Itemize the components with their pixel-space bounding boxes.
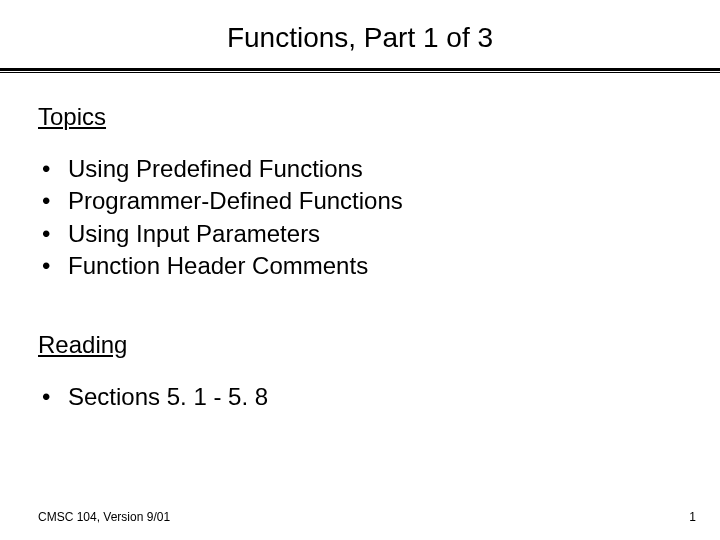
list-item: Function Header Comments — [38, 250, 682, 282]
reading-heading: Reading — [38, 331, 682, 359]
list-item: Using Predefined Functions — [38, 153, 682, 185]
list-item: Sections 5. 1 - 5. 8 — [38, 381, 682, 413]
reading-list: Sections 5. 1 - 5. 8 — [38, 381, 682, 413]
body-area: Topics Using Predefined Functions Progra… — [0, 103, 720, 413]
page-number: 1 — [689, 510, 696, 524]
slide-title: Functions, Part 1 of 3 — [0, 0, 720, 68]
footer-left: CMSC 104, Version 9/01 — [38, 510, 170, 524]
topics-heading: Topics — [38, 103, 682, 131]
title-divider — [0, 68, 720, 73]
topics-list: Using Predefined Functions Programmer-De… — [38, 153, 682, 283]
list-item: Programmer-Defined Functions — [38, 185, 682, 217]
list-item: Using Input Parameters — [38, 218, 682, 250]
